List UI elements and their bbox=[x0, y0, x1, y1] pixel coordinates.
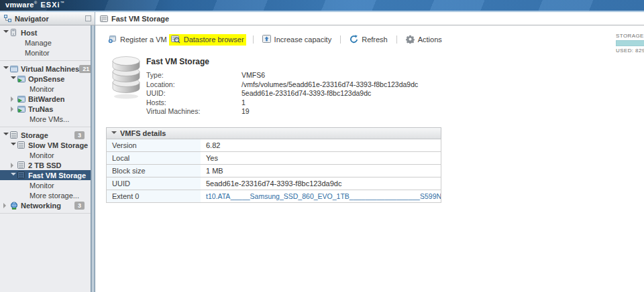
row-value: 6.82 bbox=[201, 141, 441, 149]
chevron-right-icon[interactable] bbox=[11, 161, 17, 169]
toolbar-button-label: Register a VM bbox=[120, 35, 167, 44]
banner-facets bbox=[0, 0, 644, 11]
chevron-right-icon[interactable] bbox=[3, 202, 10, 210]
sidebar-item-label: Monitor bbox=[30, 85, 54, 93]
storage-usage-bar bbox=[616, 40, 644, 46]
field-value-hosts: 1 bbox=[241, 98, 418, 108]
sidebar-item-storage[interactable]: Storage 3 bbox=[0, 130, 91, 140]
sidebar-item-opnsense-monitor[interactable]: Monitor bbox=[0, 84, 91, 94]
increase-capacity-button[interactable]: Increase capacity bbox=[260, 34, 334, 45]
network-icon bbox=[10, 202, 19, 210]
sidebar-item-fast-vm-storage-monitor[interactable]: Monitor bbox=[0, 180, 91, 190]
sidebar-item-fast-vm-storage[interactable]: Fast VM Storage bbox=[0, 170, 91, 180]
actions-gear-icon bbox=[406, 35, 415, 45]
sidebar-item-bitwarden[interactable]: BitWarden bbox=[0, 94, 91, 104]
datastore-toolbar: Register a VM Datastore browser Increase… bbox=[106, 34, 644, 45]
sidebar-item-label: TruNas bbox=[28, 105, 53, 113]
chevron-down-icon[interactable] bbox=[11, 171, 17, 179]
sidebar-separator bbox=[0, 213, 91, 214]
table-row-block-size: Block size 1 MB bbox=[106, 165, 441, 177]
field-label-location: Location: bbox=[146, 80, 241, 90]
datastore-title: Fast VM Storage bbox=[146, 57, 418, 66]
chevron-down-icon[interactable] bbox=[3, 64, 10, 73]
row-label: Block size bbox=[107, 165, 201, 177]
sidebar-item-host[interactable]: Host bbox=[0, 27, 91, 38]
sidebar-item-label: Storage bbox=[21, 131, 48, 139]
chevron-down-icon[interactable] bbox=[11, 74, 17, 83]
datastore-browser-icon bbox=[171, 35, 180, 45]
sidebar-item-networking[interactable]: Networking 3 bbox=[0, 200, 91, 210]
refresh-button[interactable]: Refresh bbox=[347, 34, 390, 46]
sidebar-item-host-monitor[interactable]: Monitor bbox=[0, 48, 91, 58]
increase-capacity-icon bbox=[262, 35, 271, 44]
row-value: Yes bbox=[201, 154, 441, 162]
chevron-right-icon[interactable] bbox=[11, 105, 17, 113]
sidebar-item-label: More VMs... bbox=[30, 115, 69, 123]
field-value-virtual-machines: 19 bbox=[241, 107, 418, 117]
sidebar-item-label: More storage... bbox=[30, 192, 79, 200]
product-name: ESXi bbox=[41, 1, 60, 9]
storage-used-text: USED: 829. bbox=[616, 48, 644, 54]
table-row-local: Local Yes bbox=[106, 152, 441, 165]
register-vm-icon bbox=[108, 35, 117, 45]
row-value: 5eadd61e-23316d74-3393-f8bc123da9dc bbox=[201, 179, 441, 188]
panel-title: Fast VM Storage bbox=[111, 15, 169, 23]
field-value-type: VMFS6 bbox=[241, 71, 418, 80]
extent-device-link[interactable]: t10.ATA_____Samsung_SSD_860_EVO_1TB_____… bbox=[201, 192, 441, 200]
datastore-browser-button[interactable]: Datastore browser bbox=[169, 34, 246, 46]
sidebar-item-opnsense[interactable]: OpnSense bbox=[0, 74, 91, 84]
refresh-icon bbox=[350, 35, 358, 45]
field-value-uuid: 5eadd61e-23316d74-3393-f8bc123da9dc bbox=[241, 89, 418, 98]
row-label: Version bbox=[107, 139, 201, 151]
chevron-right-icon[interactable] bbox=[11, 95, 17, 103]
actions-button[interactable]: Actions bbox=[404, 34, 444, 46]
table-row-version: Version 6.82 bbox=[106, 139, 441, 152]
storage-usage-widget: STORAGE USED: 829. bbox=[616, 33, 644, 54]
register-vm-button[interactable]: Register a VM bbox=[106, 34, 169, 46]
vmfs-details-header[interactable]: VMFS details bbox=[106, 127, 441, 139]
toolbar-button-label: Datastore browser bbox=[184, 35, 244, 44]
vmware-esxi-logo: vmware®ESXi™ bbox=[5, 1, 64, 9]
sidebar-item-more-storage[interactable]: More storage... bbox=[0, 190, 91, 200]
vm-on-icon bbox=[17, 96, 26, 102]
row-value: 1 MB bbox=[201, 167, 441, 175]
datastore-icon bbox=[100, 15, 108, 22]
sidebar-item-more-vms[interactable]: More VMs... bbox=[0, 114, 91, 124]
chevron-down-icon[interactable] bbox=[3, 131, 10, 139]
navigator-title: Navigator bbox=[15, 15, 49, 23]
field-label-virtual-machines: Virtual Machines: bbox=[146, 107, 241, 117]
sidebar-item-host-manage[interactable]: Manage bbox=[0, 38, 91, 48]
storage-icon bbox=[17, 141, 26, 149]
sidebar-item-label: Networking bbox=[21, 202, 61, 210]
navigator-sidebar: Host Manage Monitor Virtual Machines 21 … bbox=[0, 25, 91, 292]
field-value-location: /vmfs/volumes/5eadd61e-23316d74-3393-f8b… bbox=[241, 80, 418, 90]
toolbar-button-label: Refresh bbox=[362, 35, 388, 44]
chevron-down-icon[interactable] bbox=[3, 28, 10, 37]
sidebar-item-2tb-ssd[interactable]: 2 TB SSD bbox=[0, 160, 91, 170]
row-label: UUID bbox=[107, 177, 201, 190]
sidebar-item-slow-vm-storage-monitor[interactable]: Monitor bbox=[0, 150, 91, 160]
networking-count-badge: 3 bbox=[74, 202, 85, 210]
sidebar-item-virtual-machines[interactable]: Virtual Machines 21 bbox=[0, 64, 91, 74]
toolbar-separator bbox=[340, 35, 341, 44]
field-label-hosts: Hosts: bbox=[146, 98, 241, 108]
trademark-mark: ™ bbox=[60, 1, 64, 5]
sidebar-item-label: Manage bbox=[25, 39, 52, 47]
datastore-main-panel: Register a VM Datastore browser Increase… bbox=[95, 25, 644, 292]
navigator-collapse-button[interactable] bbox=[85, 15, 91, 21]
host-icon bbox=[10, 29, 19, 36]
sidebar-item-label: Virtual Machines bbox=[21, 65, 79, 73]
sidebar-splitter[interactable] bbox=[91, 25, 95, 292]
chevron-down-icon[interactable] bbox=[11, 141, 17, 149]
toolbar-button-label: Actions bbox=[418, 35, 442, 44]
sidebar-item-slow-vm-storage[interactable]: Slow VM Storage bbox=[0, 140, 91, 150]
navigator-header: Navigator bbox=[0, 12, 95, 25]
sidebar-item-trunas[interactable]: TruNas bbox=[0, 104, 91, 114]
navigator-tree-icon bbox=[4, 15, 11, 22]
sidebar-separator bbox=[0, 60, 91, 61]
sidebar-item-label: BitWarden bbox=[28, 95, 65, 103]
vm-on-icon bbox=[17, 106, 26, 113]
toolbar-separator bbox=[396, 35, 397, 44]
vm-on-icon bbox=[17, 76, 26, 82]
storage-icon bbox=[10, 131, 19, 139]
